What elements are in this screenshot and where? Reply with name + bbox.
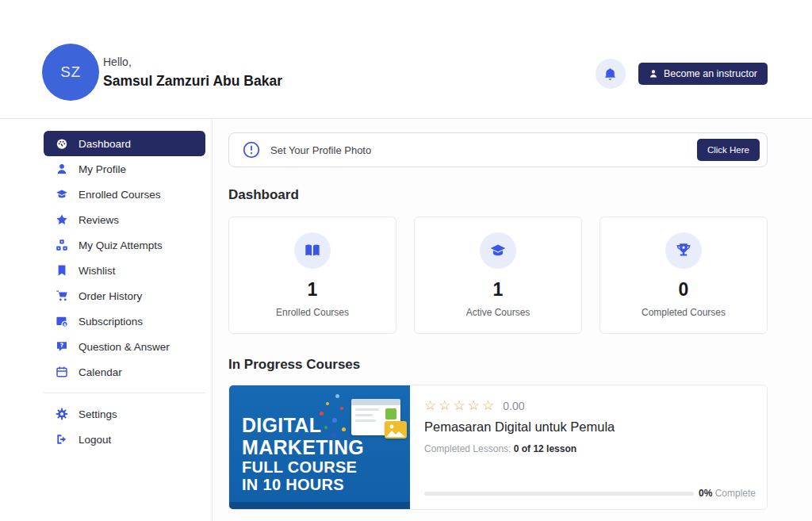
sidebar-item-reviews[interactable]: Reviews: [44, 207, 205, 232]
completed-lessons-label: Completed Lessons:: [424, 443, 511, 454]
thumbnail-bottom-strip: [229, 502, 410, 509]
calendar-icon: [56, 366, 68, 378]
sidebar-item-question-answer[interactable]: ? Question & Answer: [44, 334, 205, 359]
rating-value: 0.00: [503, 400, 524, 412]
bell-icon: [603, 67, 617, 81]
sidebar-item-calendar[interactable]: Calendar: [44, 359, 205, 385]
sidebar-item-logout[interactable]: Logout: [44, 427, 205, 452]
sidebar-item-label: My Quiz Attempts: [79, 239, 163, 251]
stat-label: Enrolled Courses: [276, 307, 349, 318]
sidebar-item-enrolled-courses[interactable]: Enrolled Courses: [44, 182, 205, 207]
course-details: ☆☆☆☆☆ 0.00 Pemasaran Digital untuk Pemul…: [410, 385, 767, 509]
sidebar-item-label: Wishlist: [79, 265, 116, 277]
course-card[interactable]: DIGITAL MARKETING FULL COURSE IN 10 HOUR…: [228, 385, 768, 510]
progress-row: 0% Complete: [424, 488, 756, 499]
completed-lessons-value: 0 of 12 lesson: [514, 443, 576, 454]
progress-bar: [424, 492, 694, 496]
person-icon: [649, 69, 658, 79]
header-actions: Become an instructor: [596, 59, 768, 89]
avatar[interactable]: SZ: [42, 44, 99, 101]
sidebar-item-label: Reviews: [79, 214, 119, 226]
info-icon: [243, 141, 260, 159]
sidebar-item-label: Logout: [79, 434, 111, 446]
progress-label: 0% Complete: [699, 488, 756, 499]
trophy-icon: [665, 232, 702, 269]
rating-row: ☆☆☆☆☆ 0.00: [424, 399, 756, 412]
gear-icon: [56, 408, 68, 420]
sidebar-item-settings[interactable]: Settings: [44, 401, 205, 427]
become-instructor-label: Become an instructor: [664, 68, 757, 79]
star-icon: [56, 213, 68, 226]
calendar-dollar-icon: $: [56, 315, 68, 328]
stat-card-active-courses: 1 Active Courses: [414, 216, 582, 334]
sidebar-item-wishlist[interactable]: Wishlist: [44, 258, 205, 283]
sidebar: Dashboard My Profile Enrolled Courses Re…: [0, 119, 213, 521]
profile-photo-alert: Set Your Profile Photo Click Here: [228, 132, 768, 167]
sidebar-item-label: Dashboard: [79, 138, 131, 150]
star-rating-icons: ☆☆☆☆☆: [424, 399, 496, 412]
stats-row: 1 Enrolled Courses 1 Active Courses 0 Co…: [228, 216, 768, 334]
sidebar-item-label: My Profile: [79, 163, 126, 175]
become-instructor-button[interactable]: Become an instructor: [638, 63, 768, 85]
header: SZ Hello, Samsul Zamzuri Abu Bakar Becom…: [0, 0, 812, 119]
sidebar-item-label: Enrolled Courses: [79, 189, 161, 201]
sidebar-item-label: Calendar: [79, 366, 122, 378]
sidebar-divider: [44, 393, 205, 393]
bookmark-icon: [56, 264, 68, 277]
logout-icon: [56, 433, 68, 446]
image-placeholder-icon: [385, 421, 407, 439]
sidebar-nav: Dashboard My Profile Enrolled Courses Re…: [44, 131, 205, 452]
completed-lessons: Completed Lessons: 0 of 12 lesson: [424, 443, 756, 454]
course-title-link[interactable]: Pemasaran Digital untuk Pemula: [424, 419, 756, 435]
page-title: Dashboard: [228, 187, 768, 203]
graduation-cap-icon: [56, 188, 68, 201]
click-here-button[interactable]: Click Here: [697, 139, 760, 161]
stat-value: 1: [493, 279, 504, 301]
notifications-button[interactable]: [596, 59, 626, 89]
main-content: Set Your Profile Photo Click Here Dashbo…: [228, 119, 768, 510]
stat-card-enrolled-courses: 1 Enrolled Courses: [228, 216, 396, 334]
stat-label: Completed Courses: [642, 307, 726, 318]
thumbnail-title-text: DIGITAL MARKETING FULL COURSE IN 10 HOUR…: [242, 414, 364, 494]
cart-icon: [56, 289, 68, 302]
graduation-cap-icon: [480, 232, 516, 269]
blocks-icon: [56, 239, 68, 251]
course-thumbnail[interactable]: DIGITAL MARKETING FULL COURSE IN 10 HOUR…: [229, 385, 410, 509]
svg-text:?: ?: [60, 342, 63, 349]
user-icon: [56, 163, 68, 175]
svg-text:$: $: [63, 322, 67, 327]
stat-card-completed-courses: 0 Completed Courses: [599, 216, 768, 334]
sidebar-item-my-profile[interactable]: My Profile: [44, 156, 205, 182]
stat-value: 1: [308, 279, 318, 301]
in-progress-title: In Progress Courses: [228, 357, 768, 373]
stat-value: 0: [679, 279, 689, 301]
open-book-icon: [294, 232, 331, 269]
stat-label: Active Courses: [466, 307, 530, 318]
sidebar-item-my-quiz-attempts[interactable]: My Quiz Attempts: [44, 232, 205, 258]
alert-text: Set Your Profile Photo: [270, 144, 371, 156]
sidebar-item-dashboard[interactable]: Dashboard: [44, 131, 205, 156]
sidebar-item-order-history[interactable]: Order History: [44, 283, 205, 308]
sidebar-item-label: Order History: [79, 290, 142, 302]
sidebar-item-label: Settings: [79, 408, 117, 420]
question-bubble-icon: ?: [56, 340, 68, 353]
sidebar-item-subscriptions[interactable]: $ Subscriptions: [44, 308, 205, 334]
sidebar-item-label: Question & Answer: [79, 341, 170, 353]
user-name: Samsul Zamzuri Abu Bakar: [103, 73, 282, 90]
dashboard-icon: [56, 137, 68, 150]
greeting-text: Hello,: [103, 56, 132, 68]
sidebar-item-label: Subscriptions: [79, 316, 143, 328]
